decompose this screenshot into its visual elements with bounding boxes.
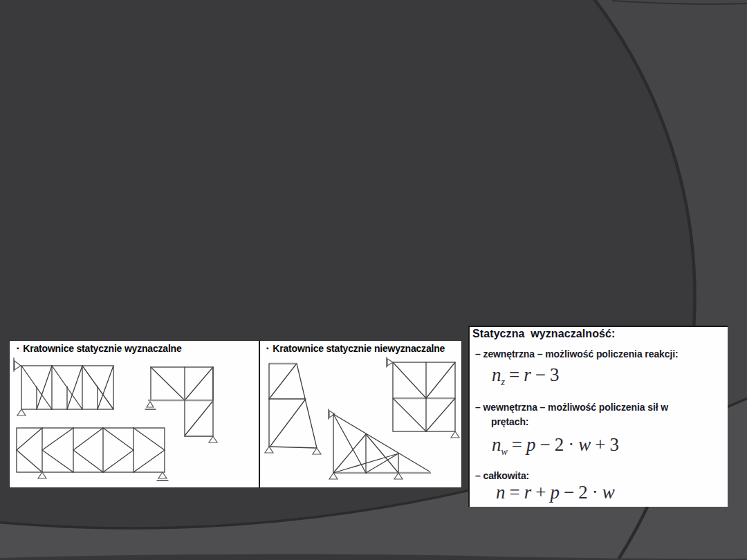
truss-multi-bay-rect [14, 358, 113, 416]
pin-support-icon [38, 472, 46, 478]
pin-flag-icon [15, 361, 21, 370]
pin-support-icon [209, 436, 217, 442]
presentation-slide: ▪Kratownice statycznie wyznaczalne ▪Krat… [0, 0, 747, 560]
truss-fan-triangle [329, 409, 431, 479]
truss-l-shaped [145, 367, 217, 442]
internal-determinacy-formula: nw=p−2·w+3 [492, 434, 619, 456]
formulas-panel: Statyczna wyznaczalność: – zewnętrzna – … [468, 326, 728, 507]
roller-support-icon [147, 402, 154, 407]
pin-support-icon [313, 448, 321, 454]
truss-stacked-square [387, 357, 459, 438]
pin-support-icon [329, 473, 338, 479]
internal-determinacy-label-line2: prętach: [491, 416, 528, 427]
pin-support-icon [17, 409, 26, 416]
roller-support-icon [158, 472, 167, 478]
external-determinacy-formula: nz=r−3 [492, 364, 559, 386]
pin-support-icon [265, 447, 273, 453]
internal-determinacy-label-line1: – wewnętrzna – możliwość policzenia sił … [475, 402, 668, 413]
truss-trapezoid [265, 364, 321, 454]
pin-support-icon [394, 473, 403, 479]
trusses-panel: ▪Kratownice statycznie wyznaczalne ▪Krat… [9, 340, 462, 488]
truss-long-chevron [17, 428, 168, 480]
formulas-title: Statyczna wyznaczalność: [472, 328, 615, 340]
pin-flag-icon [387, 359, 393, 366]
total-determinacy-formula: n=r+p−2·w [496, 482, 615, 503]
pin-support-icon [451, 431, 459, 438]
truss-diagrams [10, 341, 461, 487]
total-determinacy-label: – całkowita: [475, 470, 529, 481]
external-determinacy-label: – zewnętrzna – możliwość policzenia reak… [475, 348, 679, 360]
